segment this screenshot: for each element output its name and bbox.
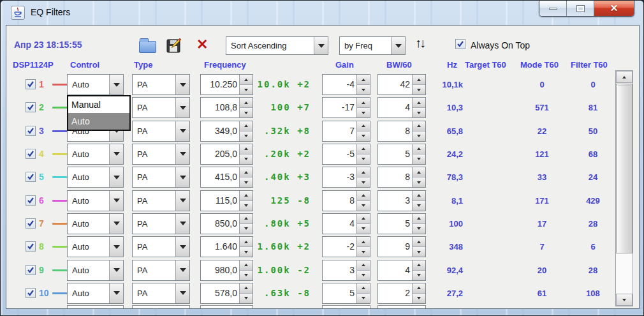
row-enable-checkbox[interactable] bbox=[26, 126, 36, 136]
type-dropdown[interactable]: PA bbox=[132, 167, 190, 188]
type-dropdown[interactable]: PA bbox=[132, 236, 190, 257]
scroll-up-button[interactable] bbox=[616, 71, 633, 83]
gain-spinner[interactable]: 5 bbox=[322, 283, 370, 304]
type-dropdown[interactable]: PA bbox=[132, 121, 190, 142]
type-dropdown[interactable]: PA bbox=[132, 97, 190, 118]
frequency-spinner[interactable]: 578,0 bbox=[200, 283, 253, 304]
dropdown-arrow-button[interactable] bbox=[175, 191, 189, 211]
type-dropdown[interactable]: PA bbox=[132, 260, 190, 281]
control-dropdown[interactable]: Auto bbox=[67, 213, 124, 234]
gain-spinner[interactable]: -4 bbox=[322, 74, 370, 95]
dropdown-arrow-button[interactable] bbox=[175, 75, 189, 94]
vertical-scrollbar[interactable] bbox=[615, 70, 633, 306]
type-dropdown[interactable]: PA bbox=[132, 190, 190, 211]
dropdown-arrow-button[interactable] bbox=[175, 260, 189, 280]
frequency-spinner[interactable]: 115,0 bbox=[200, 190, 253, 211]
dropdown-arrow-button[interactable] bbox=[109, 191, 123, 211]
spinner-down-button[interactable] bbox=[357, 132, 370, 141]
dropdown-arrow-button[interactable] bbox=[109, 237, 123, 257]
frequency-spinner[interactable]: 205,0 bbox=[200, 144, 253, 165]
spinner-down-button[interactable] bbox=[357, 247, 370, 257]
spinner-down-button[interactable] bbox=[357, 294, 370, 303]
partial-gain-spinner[interactable] bbox=[322, 305, 370, 309]
dropdown-arrow-button[interactable] bbox=[175, 167, 189, 187]
dropdown-arrow-button[interactable] bbox=[109, 144, 123, 164]
row-enable-checkbox[interactable] bbox=[26, 241, 36, 252]
frequency-spinner[interactable]: 108,8 bbox=[200, 97, 253, 118]
type-dropdown[interactable]: PA bbox=[132, 144, 190, 165]
minimize-button[interactable] bbox=[539, 1, 567, 16]
dropdown-arrow-button[interactable] bbox=[175, 98, 189, 117]
type-dropdown[interactable]: PA bbox=[132, 74, 190, 95]
partial-frequency-spinner[interactable] bbox=[200, 305, 253, 309]
gain-spinner[interactable]: 3 bbox=[322, 260, 370, 281]
dropdown-arrow-button[interactable] bbox=[109, 75, 123, 94]
frequency-spinner[interactable]: 415,0 bbox=[200, 167, 253, 188]
spinner-up-button[interactable] bbox=[357, 167, 370, 177]
row-enable-checkbox[interactable] bbox=[26, 102, 36, 112]
row-enable-checkbox[interactable] bbox=[26, 195, 36, 206]
spinner-down-button[interactable] bbox=[357, 108, 370, 117]
gain-spinner[interactable]: 8 bbox=[322, 190, 370, 211]
gain-spinner[interactable]: -3 bbox=[322, 167, 370, 188]
row-enable-checkbox[interactable] bbox=[26, 265, 36, 275]
row-enable-checkbox[interactable] bbox=[26, 79, 36, 89]
dropdown-arrow-button[interactable] bbox=[109, 260, 123, 280]
control-dropdown[interactable]: Auto bbox=[67, 74, 124, 95]
row-enable-checkbox[interactable] bbox=[26, 288, 36, 298]
spinner-down-button[interactable] bbox=[357, 154, 370, 164]
row-enable-checkbox[interactable] bbox=[26, 218, 36, 229]
spinner-up-button[interactable] bbox=[357, 260, 370, 271]
control-dropdown[interactable]: Auto bbox=[67, 236, 124, 257]
control-dropdown[interactable]: Auto bbox=[67, 260, 124, 281]
spinner-up-button[interactable] bbox=[357, 75, 370, 85]
dropdown-arrow-button[interactable] bbox=[175, 144, 189, 164]
spinner-up-button[interactable] bbox=[357, 98, 370, 108]
type-dropdown[interactable]: PA bbox=[132, 283, 190, 304]
popup-item-manual[interactable]: Manual bbox=[68, 96, 129, 113]
type-dropdown[interactable]: PA bbox=[132, 213, 190, 234]
control-dropdown[interactable]: Auto bbox=[67, 144, 124, 165]
spinner-up-button[interactable] bbox=[357, 144, 370, 154]
partial-bw-spinner[interactable] bbox=[377, 305, 426, 309]
partial-type-dropdown[interactable] bbox=[132, 305, 190, 309]
close-button[interactable]: ✕ bbox=[594, 1, 634, 16]
gain-spinner[interactable]: -17 bbox=[322, 97, 370, 118]
spinner-up-button[interactable] bbox=[357, 121, 370, 132]
spinner-down-button[interactable] bbox=[357, 85, 370, 94]
maximize-button[interactable] bbox=[567, 1, 594, 16]
spinner-down-button[interactable] bbox=[357, 271, 370, 280]
frequency-spinner[interactable]: 10.250 bbox=[200, 74, 253, 95]
dropdown-arrow-button[interactable] bbox=[175, 214, 189, 234]
spinner-up-button[interactable] bbox=[357, 191, 370, 201]
spinner-up-button[interactable] bbox=[357, 237, 370, 247]
frequency-spinner[interactable]: 349,0 bbox=[200, 121, 253, 142]
dropdown-arrow-button[interactable] bbox=[175, 237, 189, 257]
gain-spinner[interactable]: 4 bbox=[322, 213, 370, 234]
gain-spinner[interactable]: -5 bbox=[322, 144, 370, 165]
row-enable-checkbox[interactable] bbox=[26, 149, 36, 159]
gain-spinner[interactable]: -2 bbox=[322, 236, 370, 257]
control-dropdown[interactable]: Auto bbox=[67, 283, 124, 304]
dropdown-arrow-button[interactable] bbox=[109, 214, 123, 234]
frequency-spinner[interactable]: 980,0 bbox=[200, 260, 253, 281]
control-dropdown[interactable]: Auto bbox=[67, 190, 124, 211]
partial-control-dropdown[interactable] bbox=[67, 305, 124, 309]
spinner-up-button[interactable] bbox=[357, 214, 370, 224]
dropdown-arrow-button[interactable] bbox=[109, 167, 123, 187]
spinner-down-button[interactable] bbox=[357, 224, 370, 234]
frequency-spinner[interactable]: 850,0 bbox=[200, 213, 253, 234]
spinner-down-button[interactable] bbox=[357, 177, 370, 187]
spinner-down-button[interactable] bbox=[357, 201, 370, 211]
popup-item-auto[interactable]: Auto bbox=[68, 113, 129, 130]
scrollbar-thumb[interactable] bbox=[616, 84, 633, 253]
gain-spinner[interactable]: 7 bbox=[322, 121, 370, 142]
row-enable-checkbox[interactable] bbox=[26, 172, 36, 182]
dropdown-arrow-button[interactable] bbox=[175, 121, 189, 141]
frequency-spinner[interactable]: 1.640 bbox=[200, 236, 253, 257]
spinner-up-button[interactable] bbox=[357, 283, 370, 294]
dropdown-arrow-button[interactable] bbox=[109, 283, 123, 303]
dropdown-arrow-button[interactable] bbox=[175, 283, 189, 303]
control-dropdown[interactable]: Auto bbox=[67, 167, 124, 188]
title-bar[interactable]: EQ Filters ✕ bbox=[1, 1, 643, 25]
